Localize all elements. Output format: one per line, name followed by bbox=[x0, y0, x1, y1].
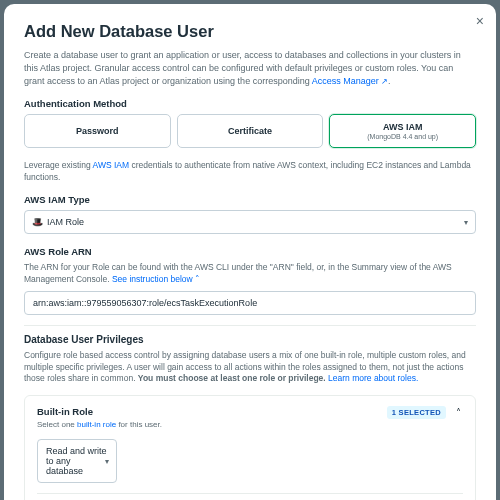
iam-type-select[interactable]: IAM Role bbox=[24, 210, 476, 234]
modal-description: Create a database user to grant an appli… bbox=[24, 49, 476, 88]
privileges-desc: Configure role based access control by a… bbox=[24, 350, 476, 386]
arn-input[interactable] bbox=[24, 291, 476, 315]
add-db-user-modal: × Add New Database User Create a databas… bbox=[4, 4, 496, 500]
selected-count-badge: 1 SELECTED bbox=[387, 406, 446, 419]
divider bbox=[24, 325, 476, 326]
auth-option-label: AWS IAM bbox=[383, 122, 423, 132]
iam-type-label: AWS IAM Type bbox=[24, 194, 476, 205]
arn-instruction-link[interactable]: See instruction below ˄ bbox=[112, 274, 200, 284]
learn-roles-link[interactable]: Learn more about roles. bbox=[328, 373, 418, 383]
auth-note: Leverage existing AWS IAM credentials to… bbox=[24, 160, 476, 184]
chevron-up-icon[interactable]: ˄ bbox=[454, 407, 463, 418]
builtin-role-title: Built-in Role bbox=[37, 406, 182, 417]
builtin-role-section: Built-in Role Select one built-in role f… bbox=[37, 406, 463, 482]
role-icon: 🎩 bbox=[32, 217, 43, 227]
auth-option-label: Password bbox=[76, 126, 119, 136]
auth-option-aws-iam[interactable]: AWS IAM (MongoDB 4.4 and up) bbox=[329, 114, 476, 148]
arn-hint-text: The ARN for your Role can be found with … bbox=[24, 262, 452, 284]
modal-title: Add New Database User bbox=[24, 22, 476, 41]
builtin-role-sub: Select one built-in role for this user. bbox=[37, 419, 182, 430]
access-manager-link[interactable]: Access Manager bbox=[312, 76, 388, 86]
arn-label: AWS Role ARN bbox=[24, 246, 476, 257]
auth-method-group: Password Certificate AWS IAM (MongoDB 4.… bbox=[24, 114, 476, 148]
auth-option-label: Certificate bbox=[228, 126, 272, 136]
aws-iam-link[interactable]: AWS IAM bbox=[93, 160, 130, 170]
auth-option-certificate[interactable]: Certificate bbox=[177, 114, 324, 148]
close-icon[interactable]: × bbox=[476, 14, 484, 28]
auth-method-label: Authentication Method bbox=[24, 98, 476, 109]
privileges-panel: Built-in Role Select one built-in role f… bbox=[24, 395, 476, 500]
chevron-up-icon: ˄ bbox=[195, 274, 200, 284]
desc-text: Create a database user to grant an appli… bbox=[24, 50, 461, 86]
arn-hint: The ARN for your Role can be found with … bbox=[24, 262, 476, 286]
divider bbox=[37, 493, 463, 494]
auth-option-password[interactable]: Password bbox=[24, 114, 171, 148]
builtin-role-select[interactable]: Read and write to any database bbox=[37, 439, 117, 483]
privileges-heading: Database User Privileges bbox=[24, 334, 476, 345]
note-text: Leverage existing bbox=[24, 160, 93, 170]
builtin-role-link[interactable]: built-in role bbox=[77, 420, 116, 429]
priv-desc-bold: You must choose at least one role or pri… bbox=[138, 373, 328, 383]
auth-option-sub: (MongoDB 4.4 and up) bbox=[367, 133, 438, 140]
